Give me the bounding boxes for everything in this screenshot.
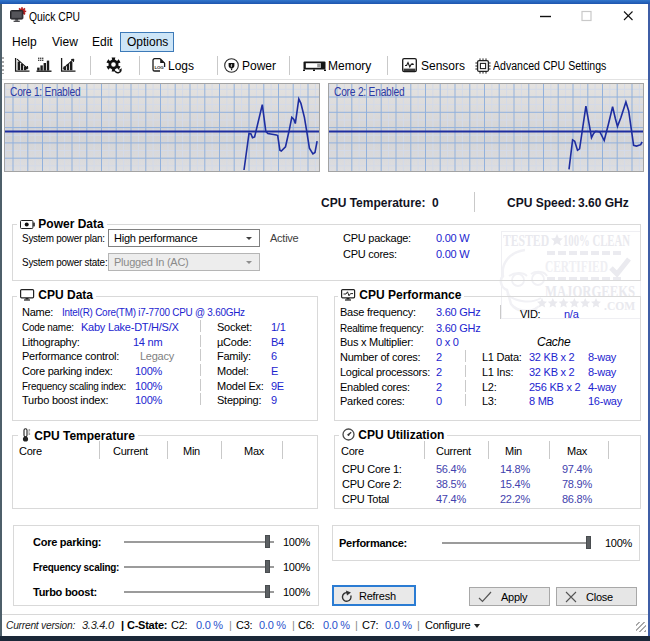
svg-text:LOG: LOG — [155, 65, 165, 70]
